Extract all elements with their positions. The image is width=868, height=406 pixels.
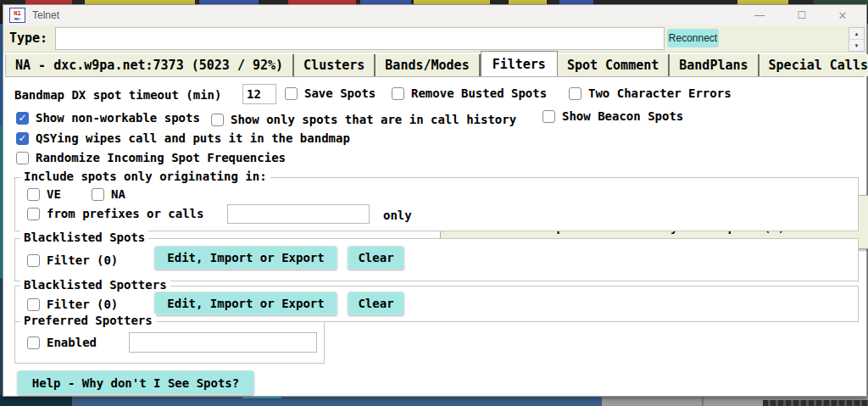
checkbox-icon	[16, 132, 29, 145]
from-prefixes-checkbox[interactable]: from prefixes or calls	[27, 207, 203, 220]
checkbox-icon	[27, 208, 40, 220]
checkbox-icon	[285, 87, 298, 100]
checkbox-icon	[92, 188, 104, 201]
checkbox-icon	[211, 114, 224, 126]
tab-clusters[interactable]: Clusters	[294, 54, 376, 76]
type-label: Type:	[9, 31, 47, 46]
na-checkbox[interactable]: NA	[92, 187, 125, 201]
only-label: only	[383, 209, 412, 222]
blacklisted-spotters-clear-button[interactable]: Clear	[348, 292, 404, 315]
checkbox-icon	[392, 87, 404, 100]
blacklisted-spots-filter-checkbox[interactable]: Filter (0)	[27, 253, 118, 267]
timeout-label: Bandmap DX spot timeout (min)	[14, 88, 221, 102]
window-title: Telnet	[32, 9, 59, 21]
checkbox-icon	[16, 152, 29, 164]
blacklisted-spots-group: Blacklisted Spots Filter (0) Edit, Impor…	[14, 238, 859, 281]
origin-group: Include spots only originating in: VE NA…	[14, 177, 859, 231]
show-beacon-spots-checkbox[interactable]: Show Beacon Spots	[542, 109, 683, 123]
spinner-down-icon[interactable]: ▼	[849, 40, 864, 51]
preferred-spotters-enabled-checkbox[interactable]: Enabled	[27, 336, 97, 349]
timeout-input[interactable]	[242, 84, 276, 104]
filters-panel: Bandmap DX spot timeout (min) Save Spots…	[5, 76, 865, 394]
qsying-wipes-call-checkbox[interactable]: QSYing wipes call and puts it in the ban…	[16, 131, 350, 145]
tab-bandplans[interactable]: BandPlans	[670, 54, 759, 76]
blacklisted-spotters-title: Blacklisted Spotters	[20, 278, 170, 292]
checkbox-icon	[27, 298, 40, 311]
tab-bands-modes[interactable]: Bands/Modes	[376, 54, 480, 76]
checkbox-icon	[27, 336, 40, 349]
save-spots-checkbox[interactable]: Save Spots	[285, 86, 376, 100]
telnet-window: N1MM+ Telnet — ☐ ✕ Type: Reconnect ▲ ▼ N…	[3, 4, 867, 397]
reconnect-button[interactable]: Reconnect	[667, 29, 719, 47]
type-input[interactable]	[55, 27, 665, 50]
blacklisted-spotters-edit-button[interactable]: Edit, Import or Export	[154, 292, 337, 315]
preferred-spotters-title: Preferred Spotters	[20, 314, 156, 327]
spinner-up-icon[interactable]: ▲	[849, 28, 864, 40]
help-button[interactable]: Help - Why don't I See Spots?	[17, 370, 254, 395]
title-bar[interactable]: N1MM+ Telnet — ☐ ✕	[3, 5, 866, 25]
two-character-errors-checkbox[interactable]: Two Character Errors	[569, 86, 732, 100]
type-row: Type: Reconnect ▲ ▼	[3, 25, 866, 53]
checkbox-icon	[27, 188, 40, 201]
prefixes-input[interactable]	[227, 204, 370, 224]
tab-filters[interactable]: Filters	[481, 51, 558, 76]
maximize-icon[interactable]: ☐	[785, 5, 819, 25]
blacklisted-spots-title: Blacklisted Spots	[20, 231, 148, 244]
checkbox-icon	[16, 112, 29, 125]
minimize-icon[interactable]: —	[743, 5, 776, 25]
type-spinner: ▲ ▼	[849, 27, 865, 52]
show-only-call-history-checkbox[interactable]: Show only spots that are in call history	[211, 113, 516, 126]
ve-checkbox[interactable]: VE	[27, 187, 61, 201]
close-icon[interactable]: ✕	[826, 5, 860, 25]
preferred-spotters-input[interactable]	[129, 332, 317, 353]
blacklisted-spotters-filter-checkbox[interactable]: Filter (0)	[27, 298, 118, 311]
show-non-workable-spots-checkbox[interactable]: Show non-workable spots	[16, 111, 200, 125]
checkbox-icon	[27, 254, 40, 267]
tab-spot-comment[interactable]: Spot Comment	[558, 54, 670, 76]
tab-special-calls[interactable]: Special Calls	[760, 54, 868, 76]
blacklisted-spots-edit-button[interactable]: Edit, Import or Export	[154, 246, 337, 270]
remove-busted-spots-checkbox[interactable]: Remove Busted Spots	[392, 86, 547, 100]
n1mm-app-icon: N1MM+	[9, 8, 25, 23]
tab-bar: NA - dxc.w9pa.net:7373 (5023 / 92%) Clus…	[3, 52, 866, 76]
checkbox-icon	[569, 87, 581, 100]
checkbox-icon	[542, 110, 555, 123]
blacklisted-spots-clear-button[interactable]: Clear	[348, 246, 404, 270]
origin-group-title: Include spots only originating in:	[20, 170, 270, 183]
preferred-spotters-group: Preferred Spotters Enabled	[14, 321, 325, 364]
randomize-frequencies-checkbox[interactable]: Randomize Incoming Spot Frequencies	[16, 151, 286, 164]
tab-cluster-connection[interactable]: NA - dxc.w9pa.net:7373 (5023 / 92%)	[5, 54, 294, 76]
